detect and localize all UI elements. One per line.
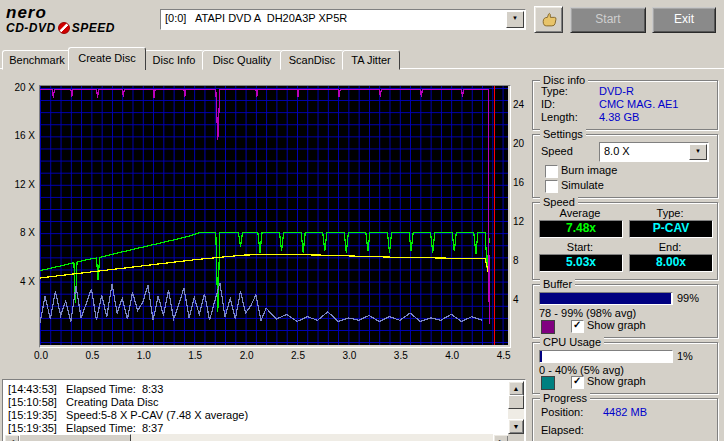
hand-icon	[540, 11, 557, 28]
cpu-show-graph-checkbox[interactable]	[571, 376, 584, 389]
log-line: [15:19:35] Speed:5-8 X P-CAV (7.48 X ave…	[8, 409, 248, 421]
log-horizontal-scrollbar[interactable]: ◄ ►	[4, 434, 507, 441]
x-axis-label: 2.0	[236, 350, 258, 361]
log-line: [15:10:58] Creating Data Disc	[8, 396, 158, 408]
logo-cddvd-text: CD-DVD	[6, 21, 56, 35]
end-label: End:	[629, 241, 711, 253]
buffer-range: 78 - 99% (98% avg)	[539, 307, 636, 319]
cpu-percent: 1%	[677, 350, 693, 362]
simulate-checkbox[interactable]	[545, 180, 558, 193]
scrollbar-corner	[508, 434, 524, 441]
y-axis-label: 8 X	[2, 227, 35, 238]
buffer-show-graph-checkbox[interactable]	[571, 320, 584, 333]
position-label: Position:	[541, 406, 583, 418]
tab-disc-quality[interactable]: Disc Quality	[202, 50, 282, 70]
cpu-progress-fill	[540, 351, 542, 362]
x-axis-label: 0.0	[30, 350, 52, 361]
x-axis-label: 1.5	[184, 350, 206, 361]
cpu-show-graph-label[interactable]: Show graph	[587, 375, 646, 387]
x-axis-label: 3.0	[338, 350, 360, 361]
tab-benchmark[interactable]: Benchmark	[2, 50, 72, 70]
cpu-graph-swatch	[541, 376, 555, 390]
scroll-left-button[interactable]: ◄	[4, 434, 20, 441]
chart-plot-area	[40, 86, 508, 345]
chart-grid	[40, 86, 508, 345]
buffer-percent: 99%	[677, 292, 699, 304]
x-axis-label: 0.5	[81, 350, 103, 361]
app-logo: nero CD-DVD SPEED	[6, 4, 115, 35]
vertical-scroll-thumb[interactable]	[508, 395, 524, 409]
y2-axis-label: 20	[513, 138, 533, 149]
average-speed-display: 7.48x	[539, 220, 623, 238]
drive-select-dropdown-button[interactable]: ▼	[506, 11, 524, 28]
buffer-title: Buffer	[540, 278, 575, 290]
disc-info-group: Disc info Type: DVD-R ID: CMC MAG. AE1 L…	[532, 80, 718, 130]
cpu-usage-group: CPU Usage 1% 0 - 40% (5% avg) Show graph	[532, 342, 718, 394]
start-speed-display: 5.03x	[539, 254, 623, 272]
position-value: 4482 MB	[603, 406, 647, 418]
y-axis-label: 4 X	[2, 276, 35, 287]
horizontal-scroll-thumb[interactable]	[19, 434, 131, 441]
start-label: Start:	[539, 241, 621, 253]
speed-setting-label: Speed	[541, 145, 573, 157]
tab-create-disc[interactable]: Create Disc	[68, 47, 146, 70]
buffer-group: Buffer 99% 78 - 99% (98% avg) Show graph	[532, 284, 718, 338]
progress-title: Progress	[540, 392, 590, 404]
tab-disc-info[interactable]: Disc Info	[144, 50, 204, 70]
y-axis-label: 20 X	[2, 82, 35, 93]
scroll-down-button[interactable]: ▼	[508, 419, 524, 434]
log-vertical-scrollbar[interactable]: ▲ ▼	[508, 381, 524, 433]
nero-cd-dvd-speed-window: { "window": { "brand_line1": "nero", "br…	[0, 0, 724, 441]
drive-select-value: [0:0] ATAPI DVD A DH20A3P XP5R	[165, 12, 507, 24]
burn-image-checkbox[interactable]	[545, 165, 558, 178]
tab-scandisc[interactable]: ScanDisc	[280, 50, 344, 70]
speed-select-dropdown-button[interactable]: ▼	[689, 144, 707, 160]
type-label: Type:	[629, 207, 711, 219]
buffer-progressbar	[539, 292, 673, 305]
drive-select-combobox[interactable]: [0:0] ATAPI DVD A DH20A3P XP5R ▼	[160, 9, 526, 30]
scroll-up-button[interactable]: ▲	[508, 381, 524, 396]
average-label: Average	[539, 207, 621, 219]
tab-ta-jitter[interactable]: TA Jitter	[342, 50, 400, 70]
y2-axis-label: 16	[513, 177, 533, 188]
burn-image-label[interactable]: Burn image	[561, 164, 617, 176]
speed-group: Speed Average Type: 7.48x P-CAV Start: E…	[532, 202, 718, 280]
logo-nero-text: nero	[6, 4, 115, 21]
y2-axis-label: 8	[513, 255, 533, 266]
speed-disc-icon	[58, 22, 70, 34]
scroll-right-button[interactable]: ►	[493, 434, 509, 441]
disc-type-label: Type:	[541, 85, 568, 97]
buffer-show-graph-label[interactable]: Show graph	[587, 319, 646, 331]
settings-title: Settings	[540, 128, 586, 140]
elapsed-label: Elapsed:	[541, 424, 584, 436]
cpu-progressbar	[539, 350, 673, 363]
x-axis-label: 3.5	[390, 350, 412, 361]
speed-select-combobox[interactable]: 8.0 X ▼	[599, 142, 709, 162]
buffer-graph-swatch	[541, 320, 555, 334]
disc-length-value: 4.38 GB	[599, 111, 639, 123]
disc-length-label: Length:	[541, 111, 578, 123]
exit-button[interactable]: Exit	[652, 7, 716, 33]
disc-id-value: CMC MAG. AE1	[599, 98, 678, 110]
disc-id-label: ID:	[541, 98, 555, 110]
speed-select-value: 8.0 X	[604, 145, 690, 157]
x-axis-label: 1.0	[133, 350, 155, 361]
end-speed-display: 8.00x	[629, 254, 713, 272]
write-speed-chart	[39, 85, 511, 348]
start-button[interactable]: Start	[570, 7, 646, 33]
y-axis-label: 12 X	[2, 179, 35, 190]
cpu-usage-title: CPU Usage	[540, 336, 604, 348]
disc-type-value: DVD-R	[599, 85, 634, 97]
log-line: [14:43:53] Elapsed Time: 8:33	[8, 383, 163, 395]
x-axis-label: 2.5	[287, 350, 309, 361]
logo-speed-text: SPEED	[72, 21, 115, 35]
x-axis-label: 4.0	[441, 350, 463, 361]
write-type-display: P-CAV	[629, 220, 713, 238]
y2-axis-label: 4	[513, 294, 533, 305]
progress-group: Progress Position: 4482 MB Elapsed:	[532, 398, 718, 441]
x-axis-label: 4.5	[493, 350, 515, 361]
simulate-label[interactable]: Simulate	[561, 179, 604, 191]
hand-tool-button[interactable]	[534, 6, 563, 33]
event-log-list[interactable]: [14:43:53] Elapsed Time: 8:33 [15:10:58]…	[2, 379, 526, 441]
settings-group: Settings Speed 8.0 X ▼ Burn image Simula…	[532, 134, 718, 198]
